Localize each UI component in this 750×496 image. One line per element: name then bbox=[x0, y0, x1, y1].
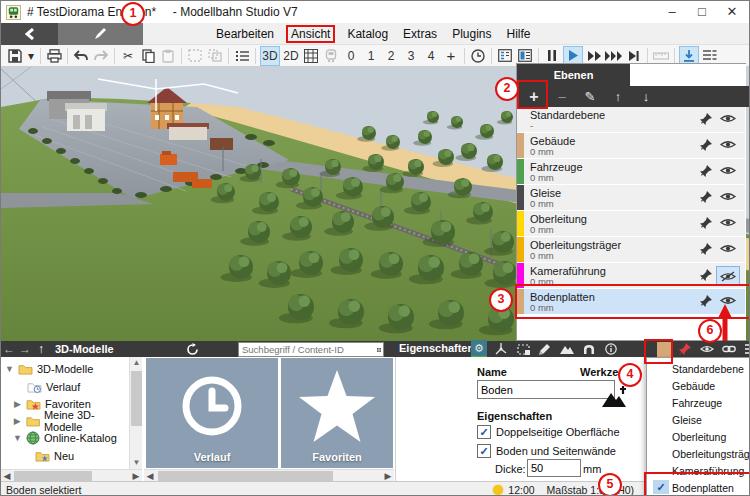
gear-icon[interactable]: ⚙ bbox=[471, 340, 487, 358]
menu-ansicht[interactable]: Ansicht bbox=[286, 25, 335, 43]
scroll-thumb[interactable] bbox=[14, 471, 92, 481]
search-input[interactable] bbox=[239, 344, 377, 355]
scroll-thumb[interactable] bbox=[158, 471, 333, 481]
hamburger-menu-icon[interactable] bbox=[743, 342, 750, 356]
undo-button[interactable] bbox=[72, 47, 90, 65]
dicke-field[interactable] bbox=[527, 459, 581, 477]
train-view-button[interactable] bbox=[322, 47, 340, 65]
table-view-button[interactable] bbox=[701, 47, 719, 65]
fast-forward-button[interactable] bbox=[585, 47, 603, 65]
search-box[interactable] bbox=[238, 342, 384, 357]
camera-4-button[interactable]: 4 bbox=[422, 47, 440, 65]
dropdown-item-oberleitung[interactable]: Oberleitung bbox=[647, 428, 750, 445]
terrain-add-tool-icon[interactable] bbox=[600, 385, 628, 409]
visibility-eye-icon[interactable] bbox=[720, 113, 736, 127]
tree-item-neu[interactable]: Neu bbox=[35, 447, 74, 464]
move-axis-icon[interactable] bbox=[493, 342, 509, 356]
save-dropdown-arrow[interactable]: ▾ bbox=[26, 47, 36, 65]
visibility-eye-icon[interactable] bbox=[720, 139, 736, 153]
layer-up-button[interactable]: ↑ bbox=[610, 89, 626, 104]
grid-button[interactable] bbox=[302, 47, 320, 65]
pin-icon[interactable] bbox=[700, 243, 712, 258]
fastest-forward-button[interactable] bbox=[605, 47, 623, 65]
tree-item-3d-modelle[interactable]: ▼ 3D-Modelle bbox=[5, 360, 93, 377]
checkbox-boden-seitenwaende[interactable]: ✓ Boden und Seitenwände bbox=[477, 444, 616, 458]
print-button[interactable] bbox=[45, 47, 63, 65]
visibility-eye-icon[interactable] bbox=[720, 191, 736, 205]
layer-row-bodenplatten[interactable]: Bodenplatten0 mm bbox=[517, 289, 745, 314]
edit-layer-button[interactable]: ✎ bbox=[582, 89, 598, 104]
redo-button[interactable] bbox=[92, 47, 110, 65]
layer-row-standardebene[interactable]: Standardebene- bbox=[517, 107, 745, 132]
add-layer-button[interactable]: + bbox=[526, 88, 542, 106]
tree-item-verlauf[interactable]: Verlauf bbox=[27, 378, 80, 395]
sun-daylight-icon[interactable] bbox=[493, 485, 503, 495]
layer-row-oberleitung[interactable]: Oberleitung0 mm bbox=[517, 211, 745, 236]
visibility-eye-icon[interactable] bbox=[720, 165, 736, 179]
timeline-panel-button[interactable] bbox=[516, 47, 534, 65]
object-list-button[interactable] bbox=[233, 47, 251, 65]
nav-up-icon[interactable]: ↑ bbox=[33, 342, 49, 356]
grid-view-icon[interactable] bbox=[377, 344, 381, 356]
pin-icon[interactable] bbox=[677, 342, 693, 356]
tiles-horizontal-scrollbar[interactable]: ◀ ▶ bbox=[144, 469, 394, 481]
minimize-button[interactable]: – bbox=[657, 1, 687, 21]
copy-button[interactable] bbox=[139, 47, 157, 65]
pin-icon[interactable] bbox=[700, 165, 712, 180]
name-field[interactable] bbox=[477, 380, 615, 399]
dropdown-item-bodenplatten[interactable]: ✓Bodenplatten bbox=[647, 479, 750, 496]
dropdown-item-kameraführung[interactable]: Kameraführung bbox=[647, 462, 750, 479]
time-button[interactable] bbox=[469, 47, 487, 65]
nav-back-icon[interactable]: ← bbox=[1, 342, 17, 356]
tab-ebenen[interactable]: Ebenen bbox=[517, 64, 630, 86]
menu-plugins[interactable]: Plugins bbox=[449, 26, 494, 42]
layer-down-button[interactable]: ↓ bbox=[638, 89, 654, 104]
select-group-button[interactable] bbox=[186, 47, 204, 65]
dropdown-item-standardebene[interactable]: Standardebene bbox=[647, 360, 750, 377]
selection-rect-icon[interactable] bbox=[515, 342, 531, 356]
pin-icon[interactable] bbox=[700, 269, 712, 284]
refresh-icon[interactable] bbox=[186, 343, 199, 356]
maximize-button[interactable]: □ bbox=[687, 1, 717, 21]
camera-1-button[interactable]: 1 bbox=[362, 47, 380, 65]
nav-forward-icon[interactable]: → bbox=[17, 342, 33, 356]
eye-icon[interactable] bbox=[699, 342, 715, 356]
close-button[interactable]: ✕ bbox=[717, 1, 747, 21]
save-button[interactable] bbox=[6, 47, 24, 65]
dropdown-item-gleise[interactable]: Gleise bbox=[647, 411, 750, 428]
dropdown-item-gebäude[interactable]: Gebäude bbox=[647, 377, 750, 394]
tile-verlauf[interactable]: Verlauf bbox=[146, 358, 278, 468]
menu-katalog[interactable]: Katalog bbox=[344, 26, 391, 42]
layer-color-swatch[interactable] bbox=[657, 342, 671, 357]
tile-favoriten[interactable]: Favoriten bbox=[281, 358, 393, 468]
layer-row-oberleitungsträger[interactable]: Oberleitungsträger0 mm bbox=[517, 237, 745, 262]
arch-icon[interactable] bbox=[581, 342, 597, 356]
visibility-off-icon[interactable] bbox=[716, 266, 740, 286]
visibility-eye-icon[interactable] bbox=[720, 243, 736, 257]
pin-icon[interactable] bbox=[700, 191, 712, 206]
layer-row-gleise[interactable]: Gleise0 mm bbox=[517, 185, 745, 210]
pin-icon[interactable] bbox=[700, 139, 712, 154]
link-icon[interactable] bbox=[721, 342, 737, 356]
info-icon[interactable] bbox=[603, 342, 619, 356]
camera-2-button[interactable]: 2 bbox=[382, 47, 400, 65]
back-button[interactable] bbox=[1, 23, 58, 45]
menu-hilfe[interactable]: Hilfe bbox=[503, 26, 533, 42]
camera-0-button[interactable]: 0 bbox=[342, 47, 360, 65]
paint-icon[interactable] bbox=[537, 342, 553, 356]
paste-button[interactable] bbox=[159, 47, 177, 65]
tree-horizontal-scrollbar[interactable]: ◀ ▶ bbox=[1, 469, 142, 481]
scroll-up-arrow[interactable]: ▲ bbox=[130, 357, 143, 369]
checkbox-doppelseitige[interactable]: ✓ Doppelseitige Oberfläche bbox=[477, 425, 620, 439]
chevron-down-icon[interactable]: ▼ bbox=[13, 433, 22, 443]
skip-end-button[interactable] bbox=[625, 47, 643, 65]
tree-item-online-katalog[interactable]: ▼ Online-Katalog bbox=[13, 429, 117, 446]
pin-icon[interactable] bbox=[700, 217, 712, 232]
remove-layer-button[interactable]: – bbox=[554, 89, 570, 104]
pin-icon[interactable] bbox=[700, 295, 712, 310]
tree-vertical-scrollbar[interactable]: ▲ ▼ bbox=[129, 357, 142, 469]
measure-button[interactable] bbox=[652, 47, 670, 65]
camera-add-button[interactable]: + bbox=[442, 47, 460, 65]
event-panel-button[interactable] bbox=[496, 47, 514, 65]
menu-bearbeiten[interactable]: Bearbeiten bbox=[213, 26, 277, 42]
